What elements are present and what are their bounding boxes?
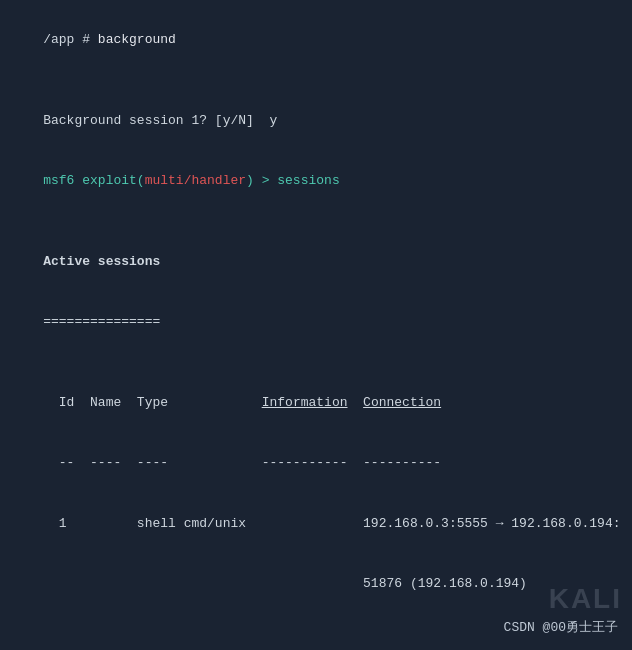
col-id-1: Id [43, 395, 90, 410]
terminal: /app # background Background session 1? … [0, 0, 632, 650]
table1-sep: -- ---- ---- ----------- ---------- [12, 433, 620, 493]
csdn-credit: CSDN @00勇士王子 [504, 618, 618, 636]
table1-row1-a: 1 shell cmd/unix 192.168.0.3:5555 → 192.… [12, 493, 620, 553]
bg-session-text: Background session 1? [y/N] y [43, 113, 277, 128]
msf-prefix-1: msf6 exploit( [43, 173, 144, 188]
col-type-1: Type [137, 395, 262, 410]
sep-1: -- ---- ---- ----------- ---------- [43, 455, 441, 470]
row1-cont: 51876 (192.168.0.194) [43, 576, 527, 591]
col-info-1: Information [262, 395, 348, 410]
table1-row1-b: 51876 (192.168.0.194) [12, 554, 620, 614]
row1-id: 1 shell cmd/unix 192.168.0.3:5555 → 192.… [43, 516, 620, 531]
line-blank-1 [12, 70, 620, 90]
cmd-background: background [98, 32, 176, 47]
col-name-1: Name [90, 395, 137, 410]
line-blank-2 [12, 211, 620, 231]
line-1: /app # background [12, 10, 620, 70]
msf-suffix-1: ) > sessions [246, 173, 340, 188]
line-msf1: msf6 exploit(multi/handler) > sessions [12, 151, 620, 211]
line-msf2: msf6 exploit(multi/handler) > sessions -… [12, 634, 620, 650]
active-sessions-title-1: Active sessions [12, 232, 620, 292]
line-bg-session: Background session 1? [y/N] y [12, 91, 620, 151]
section-title-1: Active sessions [43, 254, 160, 269]
active-sessions-underline-1: =============== [12, 292, 620, 352]
table1-header: Id Name Type Information Connection [12, 373, 620, 433]
underline-1: =============== [43, 314, 160, 329]
col-conn-1: Connection [363, 395, 441, 410]
path-prompt: /app # [43, 32, 98, 47]
line-blank-3 [12, 352, 620, 372]
col-info-spacer-1 [348, 395, 364, 410]
msf-module-1: multi/handler [145, 173, 246, 188]
